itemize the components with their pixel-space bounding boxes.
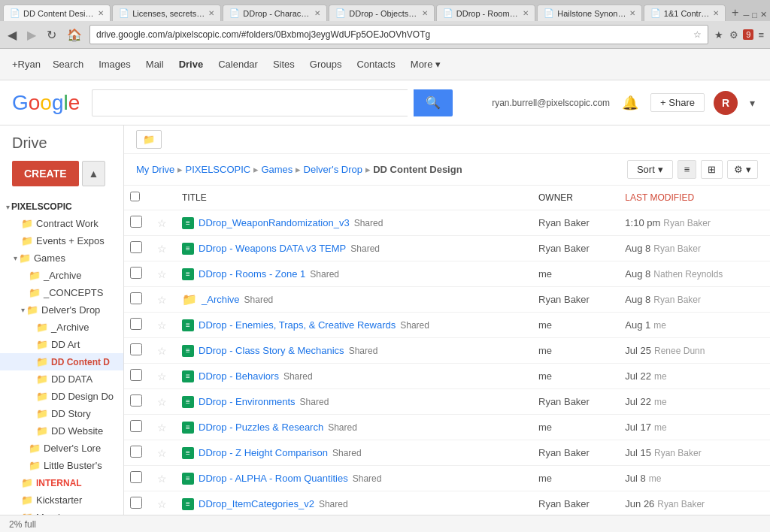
table-row[interactable]: ☆ ≡ DDrop_WeaponRandomization_v3 Shared …	[124, 210, 770, 236]
table-row[interactable]: ☆ ≡ DDrop - Class Story & Mechanics Shar…	[124, 338, 770, 364]
file-link[interactable]: DDrop - Puzzles & Research	[199, 422, 323, 433]
breadcrumb-link-1[interactable]: PIXELSCOPIC	[186, 164, 251, 175]
new-folder-button[interactable]: 📁	[136, 130, 162, 149]
browser-tab-tab3[interactable]: 📄DDrop - Characters & NI...✕	[223, 5, 327, 21]
account-chevron[interactable]: ▾	[747, 95, 758, 110]
sidebar-item-delvers-lore[interactable]: 📁 Delver's Lore	[0, 440, 123, 457]
browser-tab-tab2[interactable]: 📄Licenses, secrets, and oth...✕	[112, 5, 221, 21]
google-groups-link[interactable]: Groups	[307, 59, 345, 70]
star-icon[interactable]: ☆	[157, 498, 167, 510]
google-contacts-link[interactable]: Contacts	[353, 59, 398, 70]
table-row[interactable]: ☆ ≡ DDrop - Weapons DATA v3 TEMP Shared …	[124, 236, 770, 261]
star-icon[interactable]: ☆	[157, 217, 167, 229]
browser-tab-tab4[interactable]: 📄DDrop - Objects, Projecti...✕	[329, 5, 434, 21]
row-name-cell[interactable]: ≡ DDrop - Puzzles & Research Shared	[176, 415, 532, 440]
star-icon[interactable]: ☆	[157, 294, 167, 306]
browser-tab-tab7[interactable]: 📄1&1 Control Panel✕	[644, 5, 726, 21]
sidebar-item-pixelscopic[interactable]: ▾ PIXELSCOPIC	[0, 198, 123, 215]
row-checkbox[interactable]	[130, 394, 142, 407]
row-checkbox[interactable]	[130, 267, 142, 279]
star-icon[interactable]: ☆	[157, 243, 167, 255]
tab-close-icon[interactable]: ✕	[98, 9, 104, 17]
tab-close-icon[interactable]: ✕	[422, 9, 428, 17]
expand-icon[interactable]: ▾	[14, 254, 17, 262]
minimize-button[interactable]: ─	[744, 11, 750, 20]
breadcrumb-link-3[interactable]: Delver's Drop	[304, 164, 362, 175]
star-icon[interactable]: ☆	[157, 422, 167, 434]
table-row[interactable]: ☆ ≡ DDrop - Behaviors Shared me Jul 22me	[124, 364, 770, 389]
settings-icon[interactable]: ⚙	[728, 28, 740, 42]
star-icon[interactable]: ☆	[157, 396, 167, 408]
google-mail-link[interactable]: Mail	[143, 59, 167, 70]
table-row[interactable]: ☆ 📁 _Archive Shared Ryan Baker Aug 8Ryan…	[124, 287, 770, 313]
row-name-cell[interactable]: ≡ DDrop - Behaviors Shared	[176, 364, 532, 389]
file-link[interactable]: _Archive	[202, 294, 240, 305]
browser-tab-tab5[interactable]: 📄DDrop - Rooms - Zone 1✕	[436, 5, 536, 21]
tab-close-icon[interactable]: ✕	[629, 9, 635, 17]
browser-tab-tab1[interactable]: 📄DD Content Design - Goo...✕	[3, 5, 111, 21]
select-all-checkbox[interactable]	[130, 192, 140, 201]
list-view-button[interactable]: ≡	[678, 160, 697, 179]
google-search-link[interactable]: Search	[50, 59, 86, 70]
row-name-cell[interactable]: ≡ DDrop - Class Story & Mechanics Shared	[176, 338, 532, 364]
file-link[interactable]: DDrop - Rooms - Zone 1	[199, 268, 305, 280]
upload-button[interactable]: ▲	[82, 161, 106, 186]
row-name-cell[interactable]: ≡ DDrop_WeaponRandomization_v3 Shared	[176, 210, 532, 236]
settings-button[interactable]: ⚙ ▾	[727, 160, 758, 179]
file-link[interactable]: DDrop - ALPHA - Room Quantities	[199, 473, 348, 484]
sidebar-item-dd-website[interactable]: 📁 DD Website	[0, 422, 123, 440]
star-icon[interactable]: ☆	[157, 370, 167, 382]
row-name-cell[interactable]: ≡ DDrop_ItemCategories_v2 Shared	[176, 491, 532, 515]
bookmark-icon[interactable]: ★	[713, 28, 725, 42]
sidebar-item-kickstarter[interactable]: 📁 Kickstarter	[0, 491, 123, 509]
file-link[interactable]: DDrop_ItemCategories_v2	[199, 498, 314, 509]
table-row[interactable]: ☆ ≡ DDrop - Z Height Comparison Shared R…	[124, 440, 770, 466]
row-name-cell[interactable]: 📁 _Archive Shared	[176, 287, 532, 313]
back-button[interactable]: ◀	[5, 26, 20, 44]
close-button[interactable]: ✕	[760, 10, 767, 20]
last-modified-column-header[interactable]: LAST MODIFIED	[619, 186, 770, 210]
sidebar-item-merch[interactable]: 📁 Merch	[0, 509, 123, 515]
table-row[interactable]: ☆ ≡ DDrop - Puzzles & Research Shared me…	[124, 415, 770, 440]
star-icon[interactable]: ☆	[157, 319, 167, 331]
row-checkbox[interactable]	[130, 241, 142, 253]
sidebar-item-dd-story[interactable]: 📁 DD Story	[0, 405, 123, 422]
table-row[interactable]: ☆ ≡ DDrop - Rooms - Zone 1 Shared me Aug…	[124, 261, 770, 287]
sidebar-item-internal[interactable]: 📁 INTERNAL	[0, 474, 123, 491]
google-user-link[interactable]: +Ryan	[12, 59, 41, 70]
sidebar-item-dd-archive[interactable]: 📁 _Archive	[0, 319, 123, 336]
row-checkbox[interactable]	[130, 292, 142, 304]
forward-button[interactable]: ▶	[24, 26, 39, 44]
google-calendar-link[interactable]: Calendar	[215, 59, 261, 70]
maximize-button[interactable]: □	[752, 11, 757, 20]
star-icon[interactable]: ☆	[157, 268, 167, 280]
row-checkbox[interactable]	[130, 420, 142, 432]
tab-close-icon[interactable]: ✕	[208, 9, 214, 17]
star-icon[interactable]: ☆	[693, 29, 702, 40]
address-bar[interactable]: drive.google.com/a/pixelscopic.com/#fold…	[89, 25, 708, 44]
table-row[interactable]: ☆ ≡ DDrop - Enemies, Traps, & Creative R…	[124, 313, 770, 338]
row-name-cell[interactable]: ≡ DDrop - ALPHA - Room Quantities Shared	[176, 466, 532, 491]
home-button[interactable]: 🏠	[64, 26, 85, 44]
menu-icon[interactable]: ≡	[756, 28, 765, 42]
create-button[interactable]: CREATE	[12, 161, 79, 186]
row-checkbox[interactable]	[130, 216, 142, 228]
tab-close-icon[interactable]: ✕	[314, 9, 320, 17]
row-name-cell[interactable]: ≡ DDrop - Enemies, Traps, & Creative Rew…	[176, 313, 532, 338]
file-link[interactable]: DDrop - Weapons DATA v3 TEMP	[199, 243, 346, 254]
browser-tab-tab6[interactable]: 📄Hailstone Synonyms, Ha...✕	[537, 5, 642, 21]
table-row[interactable]: ☆ ≡ DDrop_ItemCategories_v2 Shared Ryan …	[124, 491, 770, 515]
row-name-cell[interactable]: ≡ DDrop - Z Height Comparison Shared	[176, 440, 532, 466]
share-button[interactable]: + Share	[650, 93, 705, 112]
file-link[interactable]: DDrop - Z Height Comparison	[199, 447, 328, 458]
sidebar-item-archive[interactable]: 📁 _Archive	[0, 267, 123, 284]
file-link[interactable]: DDrop - Enemies, Traps, & Creative Rewar…	[199, 319, 396, 331]
sidebar-item-dd-data[interactable]: 📁 DD DATA	[0, 370, 123, 388]
new-tab-button[interactable]: +	[727, 5, 744, 21]
file-link[interactable]: DDrop - Environments	[199, 396, 296, 407]
search-button[interactable]: 🔍	[414, 89, 453, 116]
row-name-cell[interactable]: ≡ DDrop - Weapons DATA v3 TEMP Shared	[176, 236, 532, 261]
star-icon[interactable]: ☆	[157, 473, 167, 485]
search-input[interactable]	[92, 89, 408, 116]
table-row[interactable]: ☆ ≡ DDrop - ALPHA - Room Quantities Shar…	[124, 466, 770, 491]
